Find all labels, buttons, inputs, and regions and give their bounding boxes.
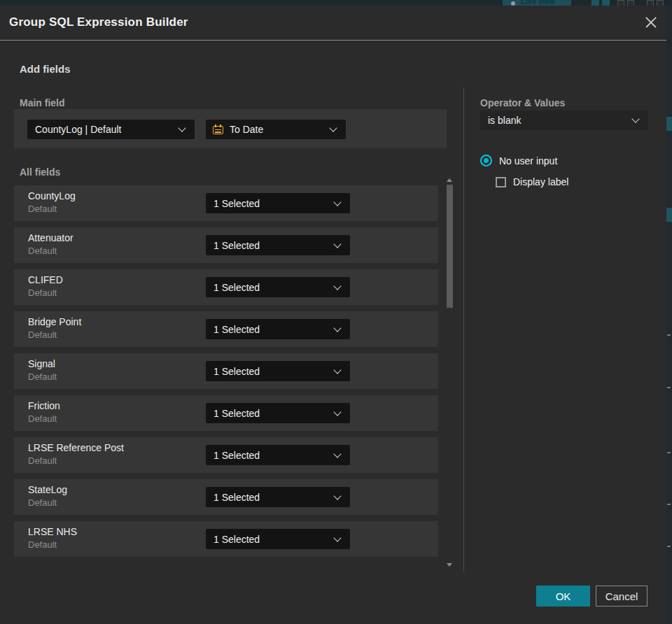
field-selection-dropdown[interactable]: 1 Selected: [206, 277, 350, 297]
chevron-down-icon: [333, 408, 341, 416]
field-name: StateLog: [28, 484, 67, 495]
field-selection-dropdown[interactable]: 1 Selected: [206, 235, 350, 255]
field-selection-dropdown[interactable]: 1 Selected: [206, 319, 350, 339]
chevron-down-icon: [329, 124, 337, 132]
main-field-field-value: To Date: [230, 124, 330, 135]
toolbar-fragment: [602, 0, 610, 6]
field-row: LRSE NHS Default 1 Selected: [14, 521, 438, 557]
chevron-down-icon: [333, 240, 341, 248]
field-name: Signal: [28, 358, 55, 369]
add-fields-heading: Add fields: [20, 63, 71, 75]
chevron-down-icon: [333, 450, 341, 458]
field-row: Signal Default 1 Selected: [14, 353, 438, 389]
field-name: CLIFED: [28, 274, 63, 285]
main-field-field-dropdown[interactable]: To Date: [206, 120, 346, 139]
close-icon[interactable]: [643, 14, 659, 31]
toolbar-fragment: [617, 0, 624, 6]
background-fragment: [667, 387, 671, 388]
radio-selected-icon[interactable]: [480, 155, 492, 166]
calendar-icon: [213, 125, 223, 134]
field-sublabel: Default: [28, 413, 57, 424]
toolbar-fragment: [592, 0, 599, 6]
field-selection-value: 1 Selected: [206, 450, 335, 461]
no-user-input-label: No user input: [499, 155, 557, 166]
background-fragment: [666, 208, 672, 222]
field-row: CountyLog Default 1 Selected: [14, 185, 438, 221]
display-label-label: Display label: [513, 176, 568, 187]
field-selection-dropdown[interactable]: 1 Selected: [206, 361, 350, 381]
field-row: Attenuator Default 1 Selected: [14, 227, 438, 263]
field-selection-dropdown[interactable]: 1 Selected: [206, 193, 350, 213]
field-name: Bridge Point: [28, 316, 81, 327]
no-user-input-radio[interactable]: No user input: [480, 155, 557, 166]
group-sql-expression-builder-dialog: Group SQL Expression Builder Add fields …: [0, 6, 666, 624]
all-fields-heading: All fields: [20, 166, 60, 178]
field-sublabel: Default: [28, 246, 57, 256]
field-name: CountyLog: [28, 190, 76, 201]
toolbar-fragment: [627, 0, 634, 6]
field-sublabel: Default: [28, 371, 57, 382]
field-selection-dropdown[interactable]: 1 Selected: [206, 445, 350, 465]
chevron-down-icon: [333, 366, 341, 374]
background-app-right-strip: [666, 6, 672, 624]
field-selection-dropdown[interactable]: 1 Selected: [206, 487, 350, 507]
field-name: LRSE NHS: [28, 526, 77, 537]
main-field-layer-dropdown[interactable]: CountyLog | Default: [27, 120, 195, 139]
field-sublabel: Default: [28, 539, 57, 550]
live-view-label: Live view: [521, 0, 555, 6]
chevron-down-icon: [631, 115, 639, 122]
scroll-up-icon[interactable]: [447, 178, 452, 182]
all-fields-list: CountyLog Default 1 Selected Attenuator …: [14, 185, 438, 557]
field-sublabel: Default: [28, 329, 57, 340]
checkbox-unchecked-icon[interactable]: [496, 177, 506, 187]
field-selection-value: 1 Selected: [206, 198, 335, 209]
chevron-down-icon: [178, 124, 186, 132]
ok-button[interactable]: OK: [536, 586, 590, 607]
toolbar-fragment: [647, 0, 654, 6]
field-row: Friction Default 1 Selected: [14, 395, 438, 431]
background-fragment: [667, 504, 671, 505]
title-divider: [0, 40, 666, 41]
field-selection-dropdown[interactable]: 1 Selected: [206, 403, 350, 423]
background-app-top-strip: Live view: [0, 0, 672, 6]
chevron-down-icon: [333, 324, 341, 332]
field-selection-value: 1 Selected: [206, 366, 335, 377]
field-row: CLIFED Default 1 Selected: [14, 269, 438, 305]
field-sublabel: Default: [28, 497, 57, 508]
live-view-button[interactable]: Live view: [503, 0, 571, 6]
field-row: LRSE Reference Post Default 1 Selected: [14, 437, 438, 473]
dialog-titlebar: Group SQL Expression Builder: [0, 6, 666, 40]
field-selection-value: 1 Selected: [206, 282, 335, 293]
field-sublabel: Default: [28, 204, 57, 214]
field-name: LRSE Reference Post: [28, 442, 124, 453]
main-field-panel: CountyLog | Default To Date: [14, 109, 447, 148]
background-fragment: [666, 117, 672, 131]
field-sublabel: Default: [28, 288, 57, 298]
chevron-down-icon: [333, 492, 341, 499]
toolbar-fragment: [657, 0, 664, 6]
display-label-checkbox-row[interactable]: Display label: [496, 176, 568, 187]
background-fragment: [667, 452, 671, 453]
field-name: Friction: [28, 400, 60, 411]
main-field-layer-value: CountyLog | Default: [27, 124, 179, 135]
field-row: StateLog Default 1 Selected: [14, 479, 438, 515]
field-selection-value: 1 Selected: [206, 240, 335, 251]
field-name: Attenuator: [28, 232, 74, 243]
field-selection-dropdown[interactable]: 1 Selected: [206, 529, 350, 549]
operator-dropdown[interactable]: is blank: [480, 111, 648, 130]
field-selection-value: 1 Selected: [206, 534, 335, 545]
operator-values-heading: Operator & Values: [480, 97, 565, 108]
chevron-down-icon: [333, 198, 341, 206]
cancel-button[interactable]: Cancel: [596, 586, 648, 607]
background-fragment: [667, 334, 671, 336]
background-fragment: [667, 546, 671, 547]
list-scrollbar[interactable]: [446, 178, 454, 567]
field-selection-value: 1 Selected: [206, 324, 335, 335]
chevron-down-icon: [333, 282, 341, 290]
scroll-down-icon[interactable]: [447, 563, 452, 567]
chevron-down-icon: [333, 534, 341, 541]
field-row: Bridge Point Default 1 Selected: [14, 311, 438, 347]
main-field-heading: Main field: [20, 97, 65, 108]
dialog-title: Group SQL Expression Builder: [9, 15, 188, 29]
scrollbar-thumb[interactable]: [447, 185, 453, 308]
